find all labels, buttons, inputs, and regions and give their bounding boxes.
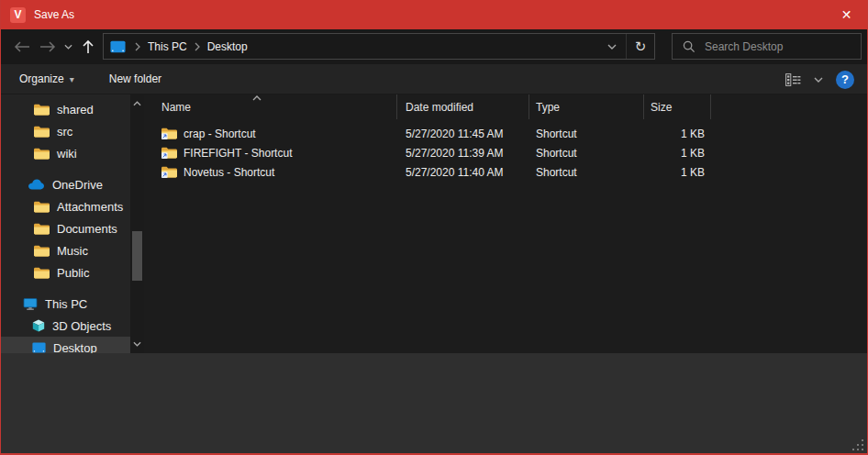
sidebar-item-label: Documents xyxy=(57,222,117,236)
sidebar-item-label: 3D Objects xyxy=(52,319,111,333)
column-label: Date modified xyxy=(406,101,473,114)
file-size: 1 KB xyxy=(644,166,711,179)
new-folder-label: New folder xyxy=(109,72,161,85)
folder-shortcut-icon xyxy=(161,128,177,139)
up-button[interactable] xyxy=(78,37,98,57)
sidebar-item-3d-objects[interactable]: 3D Objects xyxy=(1,315,130,337)
file-date: 5/27/2020 11:45 AM xyxy=(397,128,529,140)
content-area: shared src wiki OneDrive Attachment xyxy=(1,94,867,353)
column-headers: Name Date modified Type Size xyxy=(144,94,867,119)
organize-button[interactable]: Organize ▾ xyxy=(10,64,83,94)
view-options-dropdown[interactable] xyxy=(814,77,823,83)
folder-shortcut-icon xyxy=(161,147,177,159)
sidebar-item-onedrive[interactable]: OneDrive xyxy=(1,173,130,195)
desktop-location-icon xyxy=(110,40,126,53)
column-header-size[interactable]: Size xyxy=(644,94,711,119)
folder-icon xyxy=(34,223,50,235)
sidebar-item-label: src xyxy=(57,125,72,139)
sort-ascending-icon xyxy=(252,95,262,101)
sidebar-scrollbar[interactable] xyxy=(130,94,144,353)
folder-shortcut-icon xyxy=(161,166,177,178)
folder-icon xyxy=(34,104,50,116)
column-header-date-modified[interactable]: Date modified xyxy=(397,94,529,119)
help-button[interactable]: ? xyxy=(836,71,854,89)
search-box[interactable]: Search Desktop xyxy=(672,33,862,60)
sidebar-item-label: Public xyxy=(57,266,89,280)
file-date: 5/27/2020 11:40 AM xyxy=(397,166,529,179)
details-view-icon[interactable] xyxy=(785,73,801,86)
command-toolbar: Organize ▾ New folder ? xyxy=(1,64,867,94)
folder-icon xyxy=(34,126,50,138)
file-name: Novetus - Shortcut xyxy=(184,166,274,179)
title-bar: V Save As ✕ xyxy=(1,0,867,29)
resize-grip[interactable] xyxy=(851,438,863,450)
sidebar-item-src[interactable]: src xyxy=(1,120,130,142)
navigation-pane: shared src wiki OneDrive Attachment xyxy=(1,94,144,353)
navigation-bar: This PC Desktop ↻ Search Desktop xyxy=(1,29,867,64)
file-row[interactable]: Novetus - Shortcut 5/27/2020 11:40 AM Sh… xyxy=(144,162,867,182)
app-icon: V xyxy=(10,7,26,23)
sidebar-item-label: This PC xyxy=(45,297,87,311)
file-list: Name Date modified Type Size xyxy=(144,94,867,353)
sidebar-item-label: Desktop xyxy=(53,341,97,354)
window-title: Save As xyxy=(34,8,74,21)
folder-icon xyxy=(34,201,50,213)
sidebar-item-label: wiki xyxy=(57,147,77,161)
address-bar[interactable]: This PC Desktop ↻ xyxy=(103,33,655,60)
chevron-down-icon: ▾ xyxy=(70,74,74,84)
column-header-name[interactable]: Name xyxy=(144,94,397,119)
breadcrumb-chevron-icon xyxy=(191,42,204,51)
sidebar-item-desktop[interactable]: Desktop xyxy=(1,337,130,353)
column-label: Name xyxy=(161,101,191,114)
sidebar-item-label: OneDrive xyxy=(52,178,103,192)
sidebar-item-music[interactable]: Music xyxy=(1,239,130,261)
folder-icon xyxy=(34,148,50,160)
scrollbar-thumb[interactable] xyxy=(132,231,142,281)
refresh-button[interactable]: ↻ xyxy=(626,34,654,59)
close-button[interactable]: ✕ xyxy=(826,0,867,29)
file-row[interactable]: crap - Shortcut 5/27/2020 11:45 AM Short… xyxy=(144,124,867,143)
sidebar-item-label: Music xyxy=(57,244,88,258)
sidebar-item-label: shared xyxy=(57,103,94,117)
file-type: Shortcut xyxy=(529,128,644,140)
recent-locations-dropdown[interactable] xyxy=(61,37,74,57)
scroll-up-icon[interactable] xyxy=(130,96,144,111)
file-row[interactable]: FIREFIGHT - Shortcut 5/27/2020 11:39 AM … xyxy=(144,143,867,162)
back-button[interactable] xyxy=(12,37,32,57)
sidebar-item-public[interactable]: Public xyxy=(1,261,130,283)
sidebar-group-gap xyxy=(1,164,130,173)
column-label: Size xyxy=(651,101,672,114)
onedrive-cloud-icon xyxy=(28,179,45,190)
search-icon xyxy=(683,40,696,53)
breadcrumb-this-pc[interactable]: This PC xyxy=(144,40,191,53)
file-type: Shortcut xyxy=(529,147,644,160)
folder-icon xyxy=(34,267,50,279)
file-name: FIREFIGHT - Shortcut xyxy=(184,147,292,160)
column-header-type[interactable]: Type xyxy=(529,94,644,119)
organize-label: Organize xyxy=(19,72,64,85)
desktop-icon xyxy=(32,342,46,353)
file-size: 1 KB xyxy=(644,128,711,140)
scroll-down-icon[interactable] xyxy=(130,337,144,351)
folder-icon xyxy=(34,245,50,257)
dialog-footer: File name: LittleFluffyCloud.png Save as… xyxy=(1,353,867,453)
breadcrumb-chevron-icon xyxy=(131,42,144,51)
address-dropdown-button[interactable] xyxy=(598,34,626,59)
cube-icon xyxy=(32,319,45,332)
sidebar-group-gap xyxy=(1,283,130,293)
sidebar-item-shared[interactable]: shared xyxy=(1,98,130,120)
sidebar-item-documents[interactable]: Documents xyxy=(1,217,130,239)
file-type: Shortcut xyxy=(529,166,644,179)
forward-button[interactable] xyxy=(38,37,58,57)
sidebar-item-wiki[interactable]: wiki xyxy=(1,142,130,164)
new-folder-button[interactable]: New folder xyxy=(100,64,171,94)
column-label: Type xyxy=(536,101,560,114)
sidebar-item-attachments[interactable]: Attachments xyxy=(1,195,130,217)
sidebar-item-this-pc[interactable]: This PC xyxy=(1,293,130,315)
file-size: 1 KB xyxy=(644,147,711,160)
file-date: 5/27/2020 11:39 AM xyxy=(397,147,529,160)
breadcrumb-desktop[interactable]: Desktop xyxy=(204,40,251,53)
search-placeholder: Search Desktop xyxy=(705,40,783,53)
save-as-dialog: V Save As ✕ This PC Desktop ↻ Search Des… xyxy=(0,0,868,455)
computer-icon xyxy=(23,298,38,310)
